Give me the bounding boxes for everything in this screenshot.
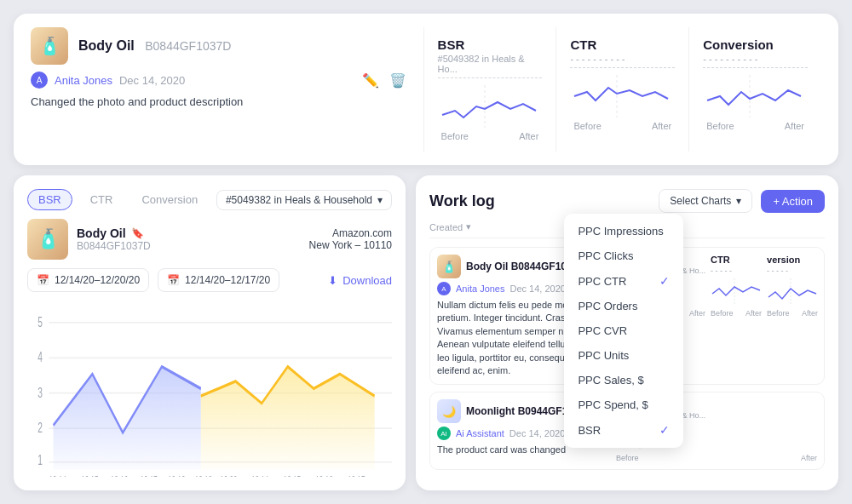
worklog-title: Work log [429, 192, 650, 210]
ctr-title: CTR [570, 37, 675, 52]
main-chart: 5 4 3 2 1 12.14 12.15 12.16 [27, 301, 392, 477]
svg-text:1: 1 [37, 451, 43, 467]
conversion-chart: Conversion - - - - - - - - - - BeforeAft… [688, 27, 821, 152]
product-row: 🧴 Body Oil 🔖 B0844GF1037D Amazon.com New… [27, 219, 392, 260]
dropdown-ppc-spend[interactable]: PPC Spend, $ [564, 392, 683, 417]
entry-author-2: Ai Assistant [456, 428, 504, 438]
ctr-chart: CTR - - - - - - - - - - BeforeAfter [556, 27, 688, 152]
tab-ctr[interactable]: CTR [79, 189, 124, 210]
select-charts-label: Select Charts [670, 195, 731, 207]
sort-icon: ▾ [466, 221, 471, 232]
svg-marker-13 [54, 367, 201, 470]
bsr-chart: BSR #5049382 in Heals & Ho... BeforeAfte… [423, 27, 556, 152]
tabs-row: BSR CTR Conversion #5049382 in Heals & H… [27, 189, 392, 210]
action-button[interactable]: + Action [761, 190, 825, 213]
tab-bsr[interactable]: BSR [27, 189, 72, 210]
svg-text:2: 2 [37, 419, 43, 435]
col-created: Created ▾ [429, 221, 566, 232]
chevron-down-icon: ▾ [377, 194, 383, 206]
conversion-svg [703, 75, 805, 117]
right-panel: Work log Select Charts ▾ PPC Impressions… [416, 175, 838, 490]
meta-date: Dec 14, 2020 [119, 74, 185, 87]
product-thumb: 🧴 [27, 219, 68, 260]
edit-icon[interactable]: ✏️ [362, 72, 379, 89]
svg-text:12.19: 12.19 [195, 473, 212, 477]
top-card-left: 🧴 Body Oil B0844GF1037D A Anita Jones De… [31, 27, 406, 152]
entry-avatar-1: A [437, 282, 451, 295]
entry-thumb-2: 🌙 [437, 399, 461, 423]
charts-area: BSR #5049382 in Heals & Ho... BeforeAfte… [423, 27, 821, 152]
svg-text:4: 4 [37, 349, 43, 365]
product-header: 🧴 Body Oil B0844GF1037D [31, 27, 406, 65]
entry-thumb-1: 🧴 [437, 255, 461, 278]
svg-text:12.17: 12.17 [348, 473, 365, 477]
entry-date-2: Dec 14, 2020 [509, 428, 565, 438]
meta-row: A Anita Jones Dec 14, 2020 ✏️ 🗑️ [31, 72, 406, 89]
ctr-labels: BeforeAfter [570, 121, 675, 131]
dropdown-ppc-ctr[interactable]: PPC CTR ✓ [564, 268, 683, 294]
bsr-subtitle: #5049382 in Heals & Ho... [438, 54, 543, 78]
svg-text:12.14: 12.14 [251, 473, 268, 477]
date-row: 📅 12/14/20–12/20/20 📅 12/14/20–12/17/20 … [27, 268, 392, 292]
entry-date-1: Dec 14, 2020 [509, 284, 565, 294]
ctr-svg [570, 75, 672, 117]
change-description: Changed the photo and product descriptio… [31, 95, 406, 108]
ctr-subtitle: - - - - - - - - - - [570, 54, 675, 68]
author-name: Anita Jones [55, 74, 112, 87]
charts-dropdown: PPC Impressions PPC Clicks PPC CTR ✓ PPC… [564, 214, 683, 448]
dropdown-label: #5049382 in Heals & Household [226, 194, 372, 206]
date-range-2: 12/14/20–12/17/20 [185, 274, 270, 286]
product-name: Body Oil 🔖 [77, 226, 301, 240]
bsr-svg [438, 85, 540, 128]
dropdown-ppc-clicks[interactable]: PPC Clicks [564, 243, 683, 268]
bsr-labels: BeforeAfter [438, 131, 543, 141]
svg-text:12.16: 12.16 [111, 473, 128, 477]
product-sku: B0844GF1037D [77, 240, 301, 252]
action-label: + Action [773, 195, 813, 208]
dropdown-ppc-orders[interactable]: PPC Orders [564, 294, 683, 318]
select-charts-button[interactable]: Select Charts ▾ PPC Impressions PPC Clic… [659, 189, 752, 213]
delete-icon[interactable]: 🗑️ [389, 72, 406, 89]
download-button[interactable]: ⬇ Download [328, 274, 392, 287]
product-seller: Amazon.com [309, 227, 392, 239]
date-input-2[interactable]: 📅 12/14/20–12/17/20 [158, 268, 279, 292]
svg-text:12.16: 12.16 [315, 473, 332, 477]
product-meta-right: Amazon.com New York – 10110 [309, 227, 392, 251]
svg-text:3: 3 [37, 384, 43, 400]
conversion-subtitle: - - - - - - - - - - [703, 54, 808, 68]
svg-text:12.15: 12.15 [81, 473, 98, 477]
download-icon: ⬇ [328, 274, 337, 287]
meta-actions: ✏️ 🗑️ [362, 72, 406, 89]
entry-ctr-svg [711, 278, 762, 304]
product-image-top: 🧴 [31, 27, 68, 65]
check-icon: ✓ [659, 274, 670, 288]
dropdown-ppc-impressions[interactable]: PPC Impressions [564, 219, 683, 243]
bsr-title: BSR [438, 37, 543, 52]
left-panel: BSR CTR Conversion #5049382 in Heals & H… [14, 175, 406, 490]
date-input-1[interactable]: 📅 12/14/20–12/20/20 [27, 268, 149, 292]
dropdown-ppc-units[interactable]: PPC Units [564, 343, 683, 368]
top-product-id: B0844GF1037D [145, 39, 231, 53]
dropdown-bsr[interactable]: BSR ✓ [564, 417, 683, 443]
avatar: A [31, 72, 48, 89]
tab-conversion[interactable]: Conversion [130, 189, 209, 210]
conversion-title: Conversion [703, 37, 808, 52]
svg-text:5: 5 [37, 313, 43, 329]
svg-text:12.17: 12.17 [140, 473, 157, 477]
svg-text:12.20: 12.20 [220, 473, 237, 477]
dropdown-ppc-sales[interactable]: PPC Sales, $ [564, 368, 683, 392]
calendar-icon-1: 📅 [37, 274, 49, 286]
top-card: 🧴 Body Oil B0844GF1037D A Anita Jones De… [14, 14, 838, 165]
product-info: Body Oil 🔖 B0844GF1037D [77, 226, 301, 252]
bookmark-icon: 🔖 [131, 227, 144, 239]
dropdown-ppc-cvr[interactable]: PPC CVR [564, 318, 683, 343]
main-chart-svg: 5 4 3 2 1 12.14 12.15 12.16 [27, 301, 392, 477]
svg-text:12.15: 12.15 [284, 473, 301, 477]
svg-marker-14 [201, 367, 375, 470]
household-dropdown[interactable]: #5049382 in Heals & Household ▾ [216, 190, 392, 210]
svg-text:12.18: 12.18 [168, 473, 185, 477]
product-location: New York – 10110 [309, 239, 392, 251]
check-icon-bsr: ✓ [659, 423, 670, 437]
conversion-labels: BeforeAfter [703, 121, 808, 131]
chevron-down-icon-2: ▾ [736, 195, 741, 207]
